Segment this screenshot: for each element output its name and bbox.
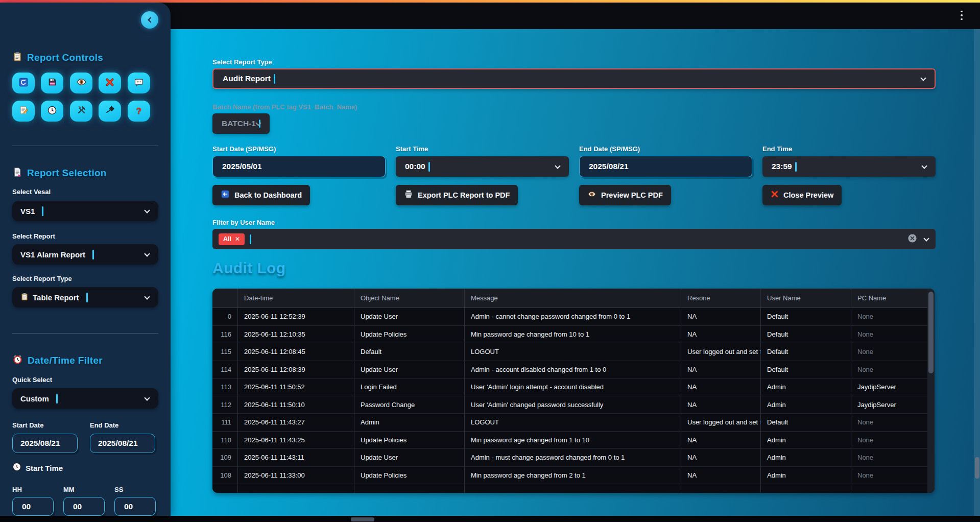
export-pdf-button[interactable]: Export PLC Report to PDF bbox=[396, 185, 518, 205]
range-end-time-select[interactable]: 23:59 bbox=[762, 156, 936, 177]
table-cell: JaydipServer bbox=[851, 396, 927, 414]
table-row[interactable]: 1152025-06-11 12:08:45DefaultLOGOUTUser … bbox=[212, 343, 935, 361]
vessel-select-value: VS1 bbox=[20, 207, 35, 216]
ss-input[interactable]: 00 bbox=[114, 497, 156, 516]
close-preview-button[interactable]: Close Preview bbox=[762, 185, 842, 205]
table-scrollbar[interactable] bbox=[927, 289, 935, 493]
plug-icon bbox=[105, 105, 115, 117]
help-icon: ? bbox=[136, 106, 141, 116]
chevron-down-icon bbox=[144, 251, 150, 256]
horizontal-scrollbar-thumb[interactable] bbox=[351, 517, 374, 521]
table-row[interactable]: 1082025-06-11 11:33:00Update PoliciesMin… bbox=[212, 467, 935, 485]
quick-select[interactable]: Custom bbox=[12, 388, 158, 409]
table-cell: NA bbox=[681, 449, 761, 466]
table-cell: NA bbox=[681, 326, 761, 343]
table-row[interactable]: 1112025-06-11 11:43:27AdminLOGOUTUser lo… bbox=[212, 414, 935, 432]
edit-report-button[interactable] bbox=[12, 101, 35, 122]
start-date-input[interactable]: 2025/08/21 bbox=[12, 434, 78, 453]
export-button-label: Export PLC Report to PDF bbox=[418, 191, 510, 199]
batch-name-value: BATCH-1 bbox=[222, 119, 256, 128]
sidebar-divider bbox=[12, 333, 158, 334]
hh-input[interactable]: 00 bbox=[12, 497, 54, 516]
table-row[interactable]: 1122025-06-11 11:50:10Password ChangeUse… bbox=[212, 396, 935, 414]
table-cell: Default bbox=[761, 343, 851, 361]
memo-icon bbox=[19, 105, 29, 117]
table-cell: Admin bbox=[761, 378, 851, 396]
chevron-down-icon[interactable] bbox=[923, 235, 929, 241]
table-cell: 108 bbox=[212, 467, 238, 484]
table-scrollbar-thumb[interactable] bbox=[928, 292, 934, 373]
red-x-icon bbox=[771, 190, 779, 200]
table-cell: Admin - must change password changed fro… bbox=[465, 449, 681, 466]
page-scrollbar[interactable] bbox=[974, 29, 980, 516]
clear-all-circled-x-icon[interactable] bbox=[907, 233, 917, 245]
table-cell: 2025-06-11 11:43:27 bbox=[238, 414, 354, 431]
text-caret bbox=[250, 234, 251, 244]
batch-name-combobox[interactable]: BATCH-1 bbox=[212, 113, 270, 134]
table-cell: Admin - account disabled changed from 1 … bbox=[465, 361, 681, 378]
table-row[interactable]: 1102025-06-11 11:43:25Update PoliciesMin… bbox=[212, 432, 935, 449]
table-cell: Admin bbox=[761, 449, 851, 466]
report-selection-title: Report Selection bbox=[27, 168, 107, 179]
end-date-input[interactable]: 2025/08/21 bbox=[90, 434, 155, 453]
batch-name-label: Batch Name (from PLC tag VS1_Batch_Name) bbox=[212, 103, 357, 111]
table-row[interactable]: 1132025-06-11 11:50:52Login FailedUser '… bbox=[212, 378, 935, 396]
table-cell: LOGOUT bbox=[465, 414, 681, 431]
table-cell: Admin bbox=[354, 414, 465, 431]
comments-button[interactable] bbox=[128, 73, 150, 93]
table-row[interactable]: 1162025-06-11 12:10:35Update PoliciesMin… bbox=[212, 326, 935, 344]
table-cell: Min password age changed from 1 to 10 bbox=[465, 432, 681, 449]
report-type-select[interactable]: Table Report bbox=[12, 287, 158, 307]
start-date-label: Start Date bbox=[12, 421, 43, 429]
sidebar-collapse-button[interactable] bbox=[141, 11, 158, 29]
table-cell: NA bbox=[681, 361, 761, 378]
report-type-combobox[interactable]: Audit Report bbox=[212, 68, 936, 89]
tools-button[interactable] bbox=[70, 101, 92, 122]
range-start-date-label: Start Date (SP/MSG) bbox=[212, 145, 276, 153]
save-button[interactable] bbox=[41, 73, 63, 93]
filter-chip-label: All bbox=[223, 235, 231, 243]
table-cell: Admin bbox=[761, 432, 851, 449]
table-cell: None bbox=[851, 467, 927, 484]
table-cell: Default bbox=[761, 308, 851, 325]
delete-button[interactable] bbox=[99, 73, 121, 93]
chevron-down-icon bbox=[144, 294, 150, 299]
table-cell: 112 bbox=[212, 396, 238, 414]
range-start-date-input[interactable]: 2025/05/01 bbox=[212, 156, 386, 177]
vessel-select[interactable]: VS1 bbox=[12, 201, 158, 221]
filter-chip-all[interactable]: All ✕ bbox=[219, 233, 245, 245]
recent-button[interactable] bbox=[41, 101, 63, 122]
table-row[interactable]: 1142025-06-11 12:08:39Update UserAdmin -… bbox=[212, 361, 935, 379]
filter-user-label: Filter by User Name bbox=[212, 219, 275, 226]
datetime-filter-title: Date/Time Filter bbox=[28, 355, 103, 366]
ss-label: SS bbox=[114, 486, 123, 493]
table-cell: User 'Admin' changed password successful… bbox=[465, 396, 681, 414]
kebab-menu-icon[interactable] bbox=[956, 9, 967, 22]
table-cell: Update Policies bbox=[354, 432, 465, 449]
mm-input[interactable]: 00 bbox=[63, 497, 105, 516]
report-select[interactable]: VS1 Alarm Report bbox=[12, 244, 158, 265]
table-cell: Update User bbox=[354, 361, 465, 378]
preview-pdf-button[interactable]: Preview PLC PDF bbox=[579, 185, 671, 205]
start-time-header: Start Time bbox=[12, 462, 63, 473]
table-cell: 110 bbox=[212, 432, 238, 449]
table-cell: Update User bbox=[354, 308, 465, 325]
view-button[interactable] bbox=[70, 73, 92, 93]
plug-button[interactable] bbox=[99, 101, 121, 122]
back-to-dashboard-button[interactable]: Back to Dashboard bbox=[212, 185, 310, 205]
refresh-button[interactable] bbox=[12, 73, 35, 93]
table-row[interactable]: 02025-06-11 12:52:39Update UserAdmin - c… bbox=[212, 308, 935, 326]
range-end-date-input[interactable]: 2025/08/21 bbox=[579, 156, 752, 177]
table-cell: 2025-06-11 12:08:39 bbox=[238, 361, 354, 378]
table-cell: NA bbox=[681, 467, 761, 484]
range-start-time-label: Start Time bbox=[396, 145, 428, 153]
table-row[interactable]: 1092025-06-11 11:43:11Update UserAdmin -… bbox=[212, 449, 935, 467]
table-cell: NA bbox=[681, 396, 761, 414]
page-scrollbar-thumb[interactable] bbox=[975, 457, 979, 479]
user-filter-multiselect[interactable]: All ✕ bbox=[212, 229, 936, 249]
text-caret bbox=[42, 206, 43, 216]
range-start-time-select[interactable]: 00:00 bbox=[396, 156, 569, 177]
table-cell: 109 bbox=[212, 449, 238, 466]
chip-remove-x-icon[interactable]: ✕ bbox=[235, 235, 240, 243]
help-button[interactable]: ? bbox=[128, 101, 150, 122]
